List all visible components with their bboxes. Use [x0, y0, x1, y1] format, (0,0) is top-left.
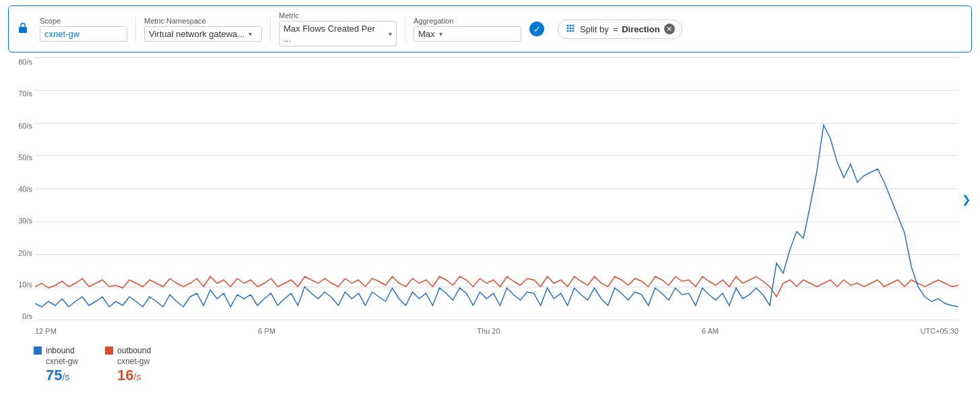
x-label-utc: UTC+05:30	[920, 327, 958, 340]
lock-icon	[17, 22, 29, 36]
outbound-label: outbound	[117, 346, 151, 355]
x-axis: 12 PM 6 PM Thu 20 6 AM UTC+05:30	[35, 327, 958, 340]
y-label-20: 20/s	[8, 249, 35, 257]
legend-inbound: inbound cxnet-gw 75/s	[34, 346, 78, 384]
check-button[interactable]: ✓	[529, 22, 544, 36]
legend-area: inbound cxnet-gw 75/s outbound cxnet-gw …	[0, 340, 980, 389]
x-label-6pm: 6 PM	[258, 327, 275, 340]
y-label-50: 50/s	[8, 153, 35, 161]
namespace-chevron-icon: ▾	[249, 30, 252, 38]
inbound-value: 75	[46, 367, 62, 384]
y-label-80: 80/s	[8, 58, 35, 66]
split-by-value: Direction	[622, 24, 659, 34]
split-close-icon[interactable]: ✕	[664, 24, 675, 34]
namespace-field: Metric Namespace Virtual network gatewa.…	[144, 17, 262, 42]
y-label-70: 70/s	[8, 89, 35, 98]
x-label-12pm: 12 PM	[35, 327, 57, 340]
inbound-color-box	[34, 347, 42, 355]
svg-point-2	[570, 27, 572, 29]
split-by-text: Split by	[580, 24, 609, 34]
x-label-thu20: Thu 20	[477, 327, 500, 340]
x-label-6am: 6 AM	[702, 327, 719, 340]
namespace-value: Virtual network gatewa...	[149, 29, 244, 39]
metric-label: Metric	[279, 11, 397, 20]
v-divider-3	[405, 17, 405, 41]
y-label-60: 60/s	[8, 122, 35, 130]
namespace-dropdown[interactable]: Virtual network gatewa... ▾	[144, 26, 262, 42]
chevron-right-icon[interactable]: ❯	[962, 193, 971, 206]
aggregation-field: Aggregation Max ▾	[414, 17, 521, 42]
metric-field: Metric Max Flows Created Per ... ▾	[279, 11, 397, 46]
aggregation-chevron-icon: ▾	[439, 30, 443, 38]
inbound-label: inbound	[46, 346, 75, 355]
y-label-30: 30/s	[8, 217, 35, 225]
metric-chevron-icon: ▾	[389, 30, 392, 38]
inbound-sub: cxnet-gw	[34, 357, 78, 366]
split-icon	[565, 23, 576, 36]
svg-point-8	[570, 30, 572, 32]
split-by-badge[interactable]: Split by = Direction ✕	[558, 20, 682, 39]
aggregation-label: Aggregation	[414, 17, 521, 25]
split-by-equals: =	[613, 24, 618, 34]
toolbar: Scope Metric Namespace Virtual network g…	[8, 5, 972, 52]
check-icon: ✓	[533, 24, 541, 34]
svg-point-9	[573, 30, 575, 32]
svg-point-3	[573, 27, 575, 29]
y-axis: 0/s 10/s 20/s 30/s 40/s 50/s 60/s 70/s 8…	[8, 58, 35, 320]
scope-label: Scope	[40, 17, 127, 25]
svg-point-4	[567, 24, 569, 26]
v-divider-1	[135, 17, 136, 41]
y-label-10: 10/s	[8, 281, 35, 289]
outbound-color-box	[105, 347, 113, 355]
outbound-sub: cxnet-gw	[105, 357, 151, 366]
inbound-unit: /s	[62, 371, 69, 382]
aggregation-dropdown[interactable]: Max ▾	[414, 26, 521, 42]
v-divider-2	[270, 17, 271, 41]
scope-input[interactable]	[40, 26, 127, 42]
legend-outbound: outbound cxnet-gw 16/s	[105, 346, 151, 384]
svg-rect-0	[19, 27, 27, 33]
chart-svg	[35, 58, 958, 320]
svg-point-5	[570, 24, 572, 26]
metric-value: Max Flows Created Per ...	[284, 24, 385, 44]
svg-point-7	[567, 30, 569, 32]
y-label-0: 0/s	[8, 312, 35, 320]
scope-field: Scope	[40, 17, 127, 42]
aggregation-value: Max	[418, 29, 435, 39]
outbound-value: 16	[117, 367, 133, 384]
y-label-40: 40/s	[8, 185, 35, 193]
namespace-label: Metric Namespace	[144, 17, 262, 25]
outbound-unit: /s	[134, 371, 141, 382]
svg-point-6	[573, 24, 575, 26]
svg-point-1	[567, 27, 569, 29]
chart-area: 0/s 10/s 20/s 30/s 40/s 50/s 60/s 70/s 8…	[8, 58, 972, 340]
metric-dropdown[interactable]: Max Flows Created Per ... ▾	[279, 21, 397, 46]
